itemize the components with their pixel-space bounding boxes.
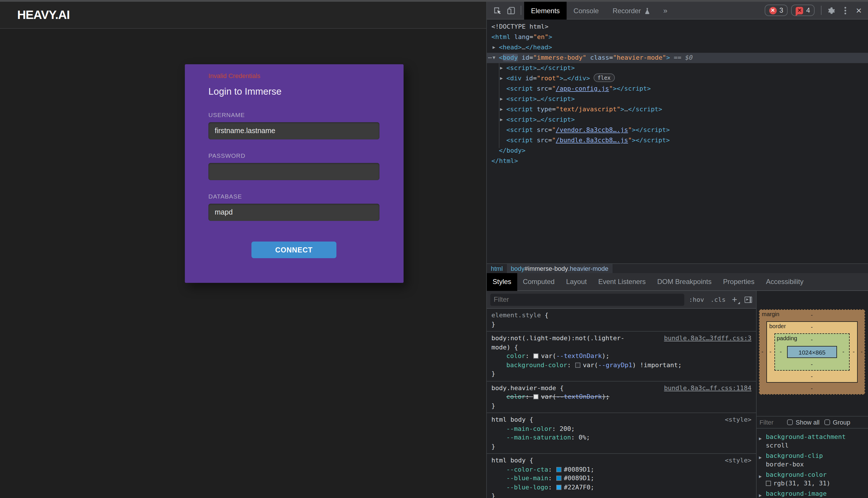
expand-arrow-closed[interactable]: ▶ [759, 435, 762, 443]
css-var-link[interactable]: --textOnDark [556, 352, 602, 360]
color-swatch[interactable] [556, 485, 561, 490]
css-declaration[interactable]: color: var(--textOnDark); [491, 392, 751, 401]
breadcrumb-body[interactable]: body#immerse-body.heavier-mode [507, 264, 612, 273]
border-bottom-value[interactable]: - [811, 373, 813, 380]
expand-arrow-open[interactable]: ▼ [493, 53, 495, 63]
color-swatch[interactable] [534, 353, 539, 358]
expand-arrow-closed[interactable]: ▶ [500, 104, 503, 115]
computed-property[interactable]: ▶background-colorrgb(31, 31, 31) [756, 470, 868, 489]
computed-property[interactable]: ▶background-image [756, 489, 868, 498]
css-declaration[interactable]: --blue-logo: #22A7F0; [491, 483, 751, 492]
dom-tree-row[interactable]: ▶<script>…</script> [487, 115, 868, 125]
css-declaration[interactable]: --blue-main: #0089D1; [491, 474, 751, 483]
kebab-menu-icon[interactable] [838, 3, 852, 17]
console-errors-badge[interactable]: ✕ 3 [764, 4, 788, 16]
inspect-element-icon[interactable] [490, 3, 504, 17]
color-swatch[interactable] [575, 362, 580, 367]
expand-arrow-closed[interactable]: ▶ [759, 454, 762, 462]
dom-tree-row[interactable]: <script src="/bundle.8a3ccb8….js"></scri… [487, 135, 868, 146]
dom-tree-row[interactable]: <!DOCTYPE html> [487, 22, 868, 32]
stylesheet-link[interactable]: <style> [725, 415, 751, 424]
devtools-tab-console[interactable]: Console [567, 2, 606, 19]
login-field-username: USERNAME [208, 111, 379, 140]
more-tabs-chevron[interactable]: » [658, 6, 673, 15]
breadcrumb-html[interactable]: html [487, 264, 507, 273]
resource-link[interactable]: /app-config.js [556, 85, 609, 92]
padding-bottom-value[interactable]: - [811, 361, 813, 367]
css-declaration[interactable]: --main-saturation: 0%; [491, 433, 751, 442]
hover-state-toggle[interactable]: :hov [689, 296, 704, 303]
tab-styles[interactable]: Styles [487, 273, 517, 291]
margin-top-value[interactable]: - [811, 312, 813, 318]
computed-property[interactable]: ▶background-attachmentscroll [756, 432, 868, 451]
dom-tree-row[interactable]: ▶<script type="text/javascript">…</scrip… [487, 104, 868, 115]
margin-right-value[interactable]: - [861, 349, 863, 355]
sidebar-toggle-icon[interactable] [744, 296, 752, 303]
resource-link[interactable]: /bundle.8a3ccb8….js [556, 136, 628, 144]
tab-event-listeners[interactable]: Event Listeners [593, 273, 651, 291]
devtools-tab-elements[interactable]: Elements [524, 2, 567, 19]
box-model-content[interactable]: 1024×865 [787, 346, 837, 358]
css-declaration[interactable]: color: var(--textOnDark); [491, 352, 751, 361]
dom-tree-row[interactable]: ▶<head>…</head> [487, 42, 868, 53]
issues-badge[interactable]: ✕ 4 [791, 4, 815, 16]
resource-link[interactable]: /vendor.8a3ccb8….js [556, 126, 628, 134]
devtools-tab-recorder[interactable]: Recorder [606, 2, 658, 19]
tab-layout[interactable]: Layout [560, 273, 593, 291]
tab-accessibility[interactable]: Accessibility [760, 273, 809, 291]
expand-arrow-closed[interactable]: ▶ [493, 42, 495, 53]
padding-top-value[interactable]: - [811, 337, 813, 343]
show-all-checkbox[interactable] [787, 419, 793, 425]
close-devtools-icon[interactable]: × [852, 3, 866, 17]
group-checkbox[interactable] [824, 419, 830, 425]
stylesheet-link[interactable]: <style> [725, 456, 751, 465]
new-style-rule-button[interactable]: + [732, 294, 737, 305]
css-declaration[interactable]: --main-color: 200; [491, 424, 751, 433]
stylesheet-link[interactable]: bundle.8a3c…ff.css:1184 [664, 383, 751, 392]
color-swatch[interactable] [534, 394, 539, 399]
border-right-value[interactable]: - [853, 349, 855, 355]
css-declaration[interactable]: --color-cta: #0089D1; [491, 465, 751, 474]
expand-arrow-closed[interactable]: ▶ [500, 94, 503, 104]
password-input[interactable] [208, 163, 379, 180]
dom-tree-row[interactable]: <html lang="en"> [487, 32, 868, 42]
padding-left-value[interactable]: - [780, 349, 782, 355]
device-toolbar-icon[interactable] [504, 3, 518, 17]
connect-button[interactable]: CONNECT [251, 241, 336, 258]
expand-arrow-closed[interactable]: ▶ [500, 115, 503, 125]
class-toggle[interactable]: .cls [710, 296, 726, 303]
margin-bottom-value[interactable]: - [811, 385, 813, 392]
dom-tree-row[interactable]: </html> [487, 156, 868, 166]
database-input[interactable] [208, 204, 379, 221]
tab-dom-breakpoints[interactable]: DOM Breakpoints [651, 273, 717, 291]
color-swatch[interactable] [556, 476, 561, 481]
dom-tree-row[interactable]: ⋯▼<body id="immerse-body" class="heavier… [487, 53, 868, 63]
stylesheet-link[interactable]: bundle.8a3c…3fdff.css:3 [664, 334, 751, 343]
css-var-link[interactable]: --textOnDark [556, 393, 602, 401]
dom-tree-row[interactable]: ▶<script>…</script> [487, 63, 868, 74]
computed-property[interactable]: ▶background-clipborder-box [756, 451, 868, 470]
username-input[interactable] [208, 122, 379, 140]
padding-right-value[interactable]: - [842, 349, 844, 355]
dom-tree-row[interactable]: <script src="/app-config.js"></script> [487, 84, 868, 94]
border-left-value[interactable]: - [769, 349, 772, 355]
computed-filter-input[interactable] [760, 419, 782, 426]
color-swatch[interactable] [556, 467, 561, 472]
tab-properties[interactable]: Properties [717, 273, 760, 291]
css-var-link[interactable]: --grayDp1 [598, 361, 632, 369]
tab-computed[interactable]: Computed [517, 273, 560, 291]
settings-gear-icon[interactable] [824, 3, 838, 17]
dom-tree-row[interactable]: ▶<div id="root">…</div>flex [487, 74, 868, 84]
dom-tree-row[interactable]: ▶<script>…</script> [487, 94, 868, 104]
css-declaration[interactable]: background-color: var(--grayDp1) !import… [491, 361, 751, 369]
expand-arrow-closed[interactable]: ▶ [759, 492, 762, 498]
expand-arrow-closed[interactable]: ▶ [500, 63, 503, 74]
dom-tree-row[interactable]: <script src="/vendor.8a3ccb8….js"></scri… [487, 125, 868, 135]
expand-arrow-closed[interactable]: ▶ [759, 473, 762, 481]
dom-tree-row[interactable]: </body> [487, 146, 868, 156]
styles-filter-input[interactable] [490, 293, 684, 305]
margin-left-value[interactable]: - [762, 349, 764, 355]
flex-badge[interactable]: flex [594, 74, 615, 82]
border-top-value[interactable]: - [811, 324, 813, 330]
expand-arrow-closed[interactable]: ▶ [500, 74, 503, 84]
